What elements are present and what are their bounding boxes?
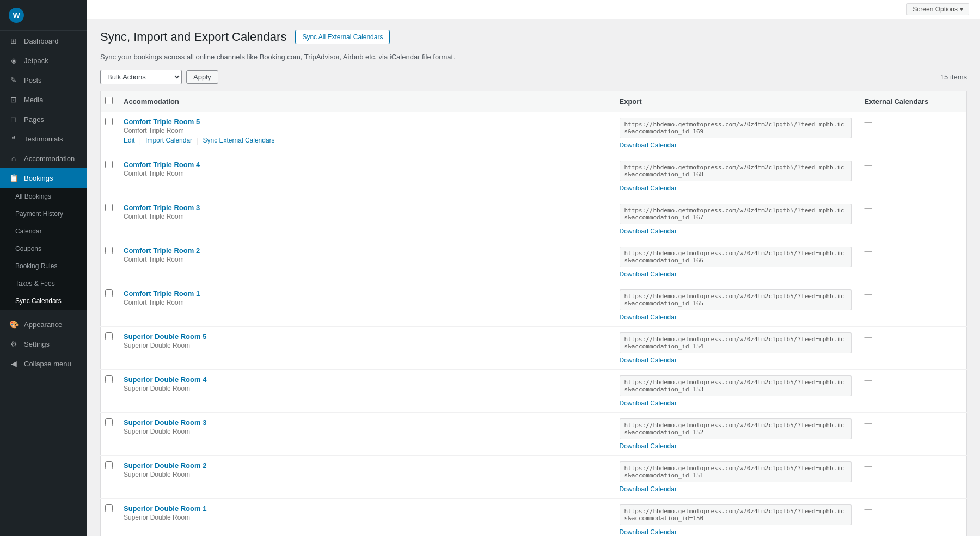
- room-name-link[interactable]: Superior Double Room 5: [124, 332, 206, 341]
- room-type: Comfort Triple Room: [124, 127, 607, 134]
- row-checkbox[interactable]: [105, 161, 113, 168]
- row-checkbox-cell: [101, 112, 118, 155]
- download-calendar-link[interactable]: Download Calendar: [620, 141, 677, 149]
- apply-button[interactable]: Apply: [186, 70, 218, 84]
- table-row: Superior Double Room 3Superior Double Ro…: [101, 413, 967, 456]
- room-type: Superior Double Room: [124, 342, 607, 349]
- pages-icon: ◻: [9, 114, 19, 124]
- sidebar-divider: [0, 312, 87, 312]
- taxes-fees-label: Taxes & Fees: [15, 280, 55, 287]
- sidebar-item-taxes-fees[interactable]: Taxes & Fees: [0, 275, 87, 292]
- row-actions: Edit | Import Calendar | Sync External C…: [124, 137, 607, 145]
- export-url-box[interactable]: https://hbdemo.getmotopress.com/w70z4tm2…: [620, 418, 852, 439]
- external-calendars-cell: —: [858, 499, 967, 537]
- export-url-box[interactable]: https://hbdemo.getmotopress.com/w70z4tm2…: [620, 289, 852, 310]
- export-cell: https://hbdemo.getmotopress.com/w70z4tm2…: [613, 499, 858, 537]
- download-calendar-link[interactable]: Download Calendar: [620, 227, 677, 235]
- export-url-box[interactable]: https://hbdemo.getmotopress.com/w70z4tm2…: [620, 118, 852, 138]
- download-calendar-link[interactable]: Download Calendar: [620, 399, 677, 407]
- room-name-link[interactable]: Comfort Triple Room 1: [124, 289, 200, 298]
- sidebar-item-booking-rules[interactable]: Booking Rules: [0, 257, 87, 275]
- download-calendar-link[interactable]: Download Calendar: [620, 485, 677, 493]
- room-name-link[interactable]: Comfort Triple Room 4: [124, 161, 200, 169]
- accommodation-cell: Superior Double Room 5Superior Double Ro…: [117, 327, 613, 370]
- room-name-link[interactable]: Superior Double Room 2: [124, 461, 206, 470]
- table-row: Superior Double Room 4Superior Double Ro…: [101, 370, 967, 413]
- accommodation-cell: Comfort Triple Room 1Comfort Triple Room: [117, 284, 613, 327]
- export-cell: https://hbdemo.getmotopress.com/w70z4tm2…: [613, 241, 858, 284]
- row-checkbox[interactable]: [105, 375, 113, 383]
- sidebar-item-jetpack[interactable]: ◈ Jetpack: [0, 51, 87, 70]
- action-separator: |: [197, 137, 198, 145]
- export-url-box[interactable]: https://hbdemo.getmotopress.com/w70z4tm2…: [620, 332, 852, 353]
- sidebar-item-label: Media: [24, 96, 43, 104]
- sidebar-item-coupons[interactable]: Coupons: [0, 240, 87, 257]
- sidebar-item-all-bookings[interactable]: All Bookings: [0, 188, 87, 205]
- sidebar-item-payment-history[interactable]: Payment History: [0, 205, 87, 223]
- row-checkbox[interactable]: [105, 418, 113, 426]
- export-url-box[interactable]: https://hbdemo.getmotopress.com/w70z4tm2…: [620, 161, 852, 181]
- sidebar-item-accommodation[interactable]: ⌂ Accommodation: [0, 149, 87, 168]
- sidebar-item-posts[interactable]: ✎ Posts: [0, 70, 87, 90]
- sidebar-item-pages[interactable]: ◻ Pages: [0, 109, 87, 129]
- room-name-link[interactable]: Comfort Triple Room 3: [124, 204, 200, 212]
- posts-icon: ✎: [9, 75, 19, 85]
- sidebar-item-calendar[interactable]: Calendar: [0, 223, 87, 240]
- room-name-link[interactable]: Superior Double Room 1: [124, 504, 206, 513]
- page-content: Sync, Import and Export Calendars Sync A…: [87, 19, 980, 536]
- row-action-import-calendar[interactable]: Import Calendar: [145, 137, 192, 145]
- row-checkbox[interactable]: [105, 204, 113, 211]
- bulk-actions-select[interactable]: Bulk Actions: [100, 70, 182, 84]
- settings-icon: ⚙: [9, 339, 19, 349]
- row-checkbox[interactable]: [105, 504, 113, 512]
- download-calendar-link[interactable]: Download Calendar: [620, 528, 677, 536]
- collapse-icon: ◀: [9, 359, 19, 368]
- sidebar-item-sync-calendars[interactable]: Sync Calendars: [0, 292, 87, 310]
- screen-options-button[interactable]: Screen Options ▾: [906, 3, 969, 15]
- sync-all-button[interactable]: Sync All External Calendars: [295, 30, 390, 44]
- row-action-sync-external-calendars[interactable]: Sync External Calendars: [203, 137, 275, 145]
- row-action-edit[interactable]: Edit: [124, 137, 135, 145]
- row-checkbox[interactable]: [105, 247, 113, 254]
- download-calendar-link[interactable]: Download Calendar: [620, 442, 677, 450]
- page-description: Sync your bookings across all online cha…: [100, 53, 967, 61]
- row-checkbox[interactable]: [105, 118, 113, 125]
- sidebar-item-dashboard[interactable]: ⊞ Dashboard: [0, 31, 87, 51]
- sidebar-item-appearance[interactable]: 🎨 Appearance: [0, 315, 87, 334]
- sidebar-item-label: Jetpack: [24, 57, 48, 65]
- export-url-box[interactable]: https://hbdemo.getmotopress.com/w70z4tm2…: [620, 375, 852, 396]
- select-all-header: [101, 91, 118, 112]
- row-checkbox[interactable]: [105, 289, 113, 297]
- download-calendar-link[interactable]: Download Calendar: [620, 313, 677, 321]
- row-checkbox-cell: [101, 413, 118, 456]
- settings-label: Settings: [24, 340, 50, 348]
- room-name-link[interactable]: Superior Double Room 3: [124, 418, 206, 427]
- sidebar-item-media[interactable]: ⊡ Media: [0, 90, 87, 109]
- export-url-box[interactable]: https://hbdemo.getmotopress.com/w70z4tm2…: [620, 247, 852, 267]
- download-calendar-link[interactable]: Download Calendar: [620, 356, 677, 364]
- export-url-box[interactable]: https://hbdemo.getmotopress.com/w70z4tm2…: [620, 504, 852, 525]
- accommodation-cell: Comfort Triple Room 5Comfort Triple Room…: [117, 112, 613, 155]
- sidebar-item-settings[interactable]: ⚙ Settings: [0, 334, 87, 354]
- sidebar-item-label: Posts: [24, 76, 42, 84]
- room-name-link[interactable]: Superior Double Room 4: [124, 375, 206, 384]
- external-header: External Calendars: [858, 91, 967, 112]
- download-calendar-link[interactable]: Download Calendar: [620, 270, 677, 278]
- sidebar-item-bookings[interactable]: 📋 Bookings: [0, 168, 87, 188]
- sidebar-item-label: Accommodation: [24, 155, 75, 163]
- export-url-box[interactable]: https://hbdemo.getmotopress.com/w70z4tm2…: [620, 461, 852, 482]
- room-name-link[interactable]: Comfort Triple Room 2: [124, 247, 200, 255]
- download-calendar-link[interactable]: Download Calendar: [620, 184, 677, 192]
- row-checkbox[interactable]: [105, 461, 113, 469]
- row-checkbox-cell: [101, 499, 118, 537]
- export-cell: https://hbdemo.getmotopress.com/w70z4tm2…: [613, 155, 858, 198]
- select-all-checkbox[interactable]: [105, 97, 113, 104]
- sidebar-item-testimonials[interactable]: ❝ Testimonials: [0, 129, 87, 149]
- table-row: Comfort Triple Room 4Comfort Triple Room…: [101, 155, 967, 198]
- sidebar-item-collapse[interactable]: ◀ Collapse menu: [0, 354, 87, 373]
- collapse-label: Collapse menu: [24, 360, 71, 368]
- row-checkbox[interactable]: [105, 332, 113, 340]
- room-name-link[interactable]: Comfort Triple Room 5: [124, 118, 200, 126]
- export-url-box[interactable]: https://hbdemo.getmotopress.com/w70z4tm2…: [620, 204, 852, 224]
- calendars-table: Accommodation Export External Calendars …: [100, 91, 967, 536]
